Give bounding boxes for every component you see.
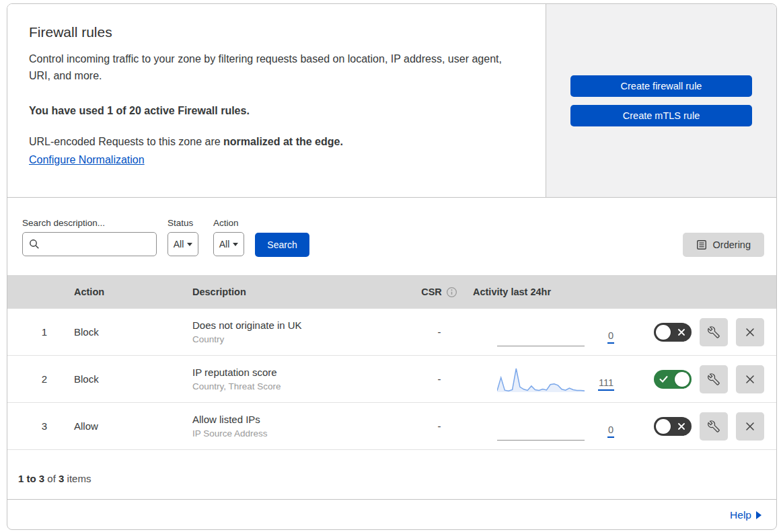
edit-rule-button[interactable] xyxy=(700,412,728,441)
toggle-knob xyxy=(656,419,671,434)
rule-csr-value: - xyxy=(406,373,473,385)
toggle-knob xyxy=(656,325,671,340)
rule-description: Allow listed IPs xyxy=(192,414,406,425)
column-header-csr: CSR xyxy=(406,287,473,298)
column-header-action: Action xyxy=(61,287,179,297)
edit-rule-button[interactable] xyxy=(700,365,728,393)
activity-sparkline xyxy=(497,365,585,393)
normalization-note: URL-encoded Requests to this zone are no… xyxy=(29,136,515,148)
x-icon xyxy=(677,422,685,430)
edit-rule-button[interactable] xyxy=(700,318,728,346)
normalization-prefix: URL-encoded Requests to this zone are xyxy=(29,136,223,147)
firewall-rules-card: Firewall rules Control incoming traffic … xyxy=(7,3,777,530)
page-description: Control incoming traffic to your zone by… xyxy=(29,51,507,85)
rule-enabled-toggle[interactable] xyxy=(654,417,692,436)
action-selected-value: All xyxy=(219,239,230,250)
rule-csr-value: - xyxy=(406,326,473,338)
activity-count-link[interactable]: 111 xyxy=(598,377,614,391)
close-icon xyxy=(745,327,755,338)
rule-criteria: Country, Threat Score xyxy=(192,381,406,391)
pagination-summary: 1 to 3 of 3 items xyxy=(7,450,776,499)
rule-enabled-toggle[interactable] xyxy=(654,323,692,342)
rule-action: Block xyxy=(61,373,179,385)
arrow-right-icon xyxy=(756,511,761,519)
table-header: Action Description CSR Activity last 24h… xyxy=(7,275,776,309)
toggle-knob xyxy=(675,372,690,387)
wrench-icon xyxy=(708,373,720,385)
create-mtls-rule-button[interactable]: Create mTLS rule xyxy=(570,105,752,126)
close-icon xyxy=(745,374,755,385)
table-row: 3 Allow Allow listed IPs IP Source Addre… xyxy=(7,403,776,450)
activity-count-link[interactable]: 0 xyxy=(607,424,614,438)
action-select[interactable]: All xyxy=(213,232,244,256)
rule-description: Does not originate in UK xyxy=(192,319,406,331)
create-firewall-rule-button[interactable]: Create firewall rule xyxy=(570,75,752,97)
status-select[interactable]: All xyxy=(168,232,198,256)
delete-rule-button[interactable] xyxy=(736,365,764,393)
search-label: Search description... xyxy=(22,218,157,228)
rule-enabled-toggle[interactable] xyxy=(654,370,692,389)
configure-normalization-link[interactable]: Configure Normalization xyxy=(29,154,145,165)
table-row: 2 Block IP reputation score Country, Thr… xyxy=(7,356,776,403)
wrench-icon xyxy=(708,326,720,338)
search-input[interactable] xyxy=(22,232,157,256)
usage-note: You have used 1 of 20 active Firewall ru… xyxy=(29,105,515,117)
item-total: 3 xyxy=(59,473,64,484)
action-label: Action xyxy=(213,218,244,228)
help-link[interactable]: Help xyxy=(730,509,761,521)
help-footer: Help xyxy=(7,499,776,530)
rule-csr-value: - xyxy=(406,420,473,432)
status-label: Status xyxy=(168,218,198,228)
search-button[interactable]: Search xyxy=(255,233,309,257)
item-range: 1 to 3 xyxy=(18,473,44,484)
rule-action: Allow xyxy=(61,420,179,432)
items-text: items xyxy=(67,473,91,484)
table-row: 1 Block Does not originate in UK Country… xyxy=(7,309,776,356)
ordering-button-label: Ordering xyxy=(713,239,751,250)
activity-sparkline-empty xyxy=(497,318,585,346)
info-icon[interactable] xyxy=(446,287,457,298)
wrench-icon xyxy=(708,420,720,432)
x-icon xyxy=(677,328,685,336)
check-icon xyxy=(659,375,668,383)
rule-criteria: IP Source Address xyxy=(192,428,406,439)
actions-panel: Create firewall rule Create mTLS rule xyxy=(546,4,776,197)
ordering-button[interactable]: Ordering xyxy=(683,233,764,257)
rule-number: 2 xyxy=(7,373,61,385)
rule-description: IP reputation score xyxy=(192,367,406,378)
of-text: of xyxy=(47,473,56,484)
status-selected-value: All xyxy=(174,239,184,250)
delete-rule-button[interactable] xyxy=(736,412,764,441)
activity-count-link[interactable]: 0 xyxy=(607,330,614,344)
close-icon xyxy=(745,421,755,432)
header-text-panel: Firewall rules Control incoming traffic … xyxy=(7,4,546,197)
rule-criteria: Country xyxy=(192,334,406,344)
search-icon xyxy=(29,239,40,250)
rule-number: 1 xyxy=(7,326,61,338)
delete-rule-button[interactable] xyxy=(736,318,764,346)
filter-bar: Search description... Status All Action … xyxy=(7,198,776,275)
chevron-down-icon xyxy=(187,243,192,246)
help-link-label: Help xyxy=(730,509,751,521)
column-header-description: Description xyxy=(179,287,406,297)
normalization-bold: normalized at the edge. xyxy=(223,136,343,147)
ordering-list-icon xyxy=(696,239,707,250)
page-title: Firewall rules xyxy=(29,24,515,40)
rule-number: 3 xyxy=(7,420,61,432)
column-header-activity: Activity last 24hr xyxy=(473,287,634,297)
header-section: Firewall rules Control incoming traffic … xyxy=(7,4,776,198)
rule-action: Block xyxy=(61,326,179,338)
activity-sparkline-empty xyxy=(497,412,585,441)
chevron-down-icon xyxy=(233,243,238,246)
